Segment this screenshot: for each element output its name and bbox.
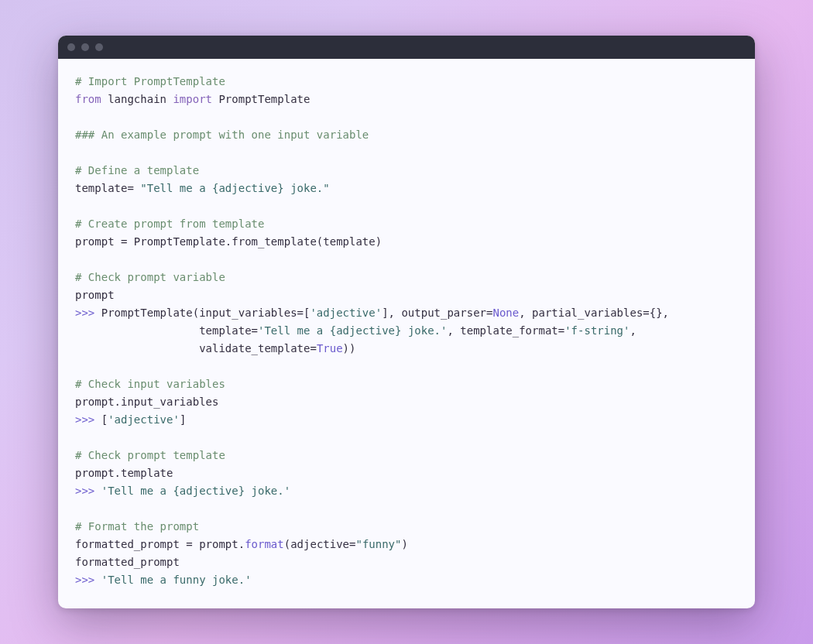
code-line: from langchain import PromptTemplate [75,93,310,105]
code-line: # Create prompt from template [75,218,264,230]
minimize-icon[interactable] [81,43,89,51]
code-line: template= "Tell me a {adjective} joke." [75,182,330,194]
code-line: ### An example prompt with one input var… [75,128,369,141]
code-line: # Define a template [75,164,199,176]
code-line: >>> ['adjective'] [75,413,186,426]
window-titlebar [58,36,755,59]
code-line: >>> 'Tell me a funny joke.' [75,574,252,586]
close-icon[interactable] [67,43,75,51]
code-line: # Format the prompt [75,520,199,533]
code-window: # Import PromptTemplate from langchain i… [58,36,755,608]
code-line: formatted_prompt = prompt.format(adjecti… [75,538,408,550]
maximize-icon[interactable] [95,43,103,51]
code-line: # Check prompt variable [75,271,225,283]
code-line: # Check input variables [75,378,225,390]
code-line: prompt [75,289,115,301]
code-line: formatted_prompt [75,556,180,568]
code-line: template='Tell me a {adjective} joke.', … [75,324,636,337]
code-line: prompt = PromptTemplate.from_template(te… [75,235,382,248]
code-line: validate_template=True)) [75,342,355,355]
code-line: prompt.template [75,467,173,479]
code-line: # Check prompt template [75,449,225,461]
code-line: >>> 'Tell me a {adjective} joke.' [75,485,290,497]
code-line: # Import PromptTemplate [75,75,225,87]
code-content: # Import PromptTemplate from langchain i… [58,59,755,608]
code-line: >>> PromptTemplate(input_variables=['adj… [75,307,669,319]
code-line: prompt.input_variables [75,396,218,408]
